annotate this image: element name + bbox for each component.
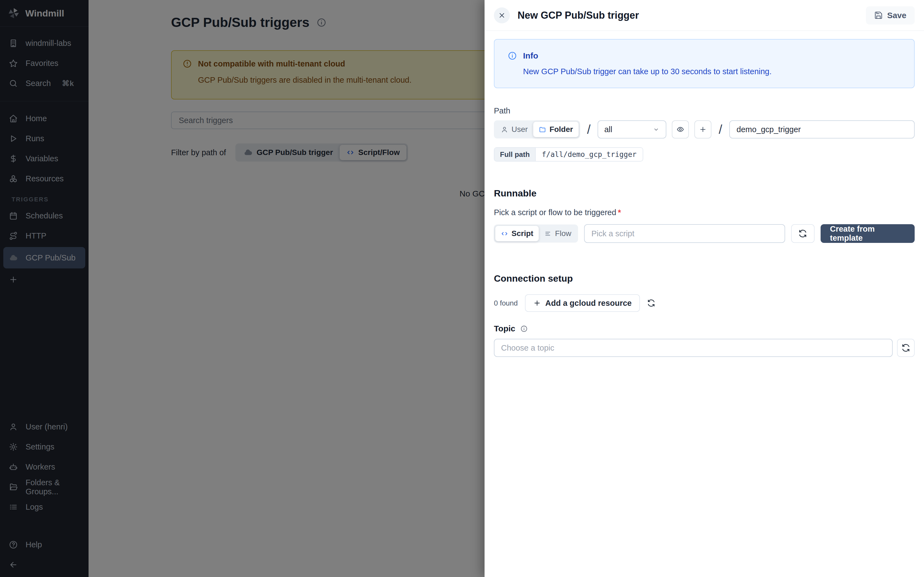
pick-script-input[interactable] — [584, 224, 785, 243]
required-mark: * — [618, 208, 621, 217]
script-option[interactable]: Script — [495, 226, 539, 241]
runnable-heading: Runnable — [494, 188, 915, 199]
flow-lines-icon — [544, 230, 552, 237]
full-path-chip: Full path f/all/demo_gcp_trigger — [494, 147, 643, 161]
topic-input[interactable] — [494, 339, 893, 357]
folder-icon — [539, 126, 546, 133]
path-separator: / — [587, 122, 591, 137]
add-gcloud-resource-label: Add a gcloud resource — [545, 299, 632, 308]
add-gcloud-resource-button[interactable]: Add a gcloud resource — [525, 294, 640, 312]
info-icon[interactable] — [520, 325, 528, 332]
close-drawer-button[interactable] — [494, 7, 510, 23]
runnable-option-label: Flow — [555, 229, 571, 238]
info-banner: Info New GCP Pub/Sub trigger can take up… — [494, 39, 915, 88]
view-folder-button[interactable] — [672, 120, 689, 139]
runnable-kind-toggle: Script Flow — [494, 224, 578, 243]
folder-select-value: all — [604, 125, 612, 134]
drawer-backdrop[interactable] — [0, 0, 485, 577]
refresh-topics-button[interactable] — [897, 339, 915, 357]
info-title: Info — [523, 51, 538, 60]
info-circle-icon — [508, 51, 517, 60]
eye-icon — [677, 126, 684, 133]
full-path-value: f/all/demo_gcp_trigger — [535, 148, 642, 161]
owner-kind-toggle: User Folder — [494, 120, 580, 139]
chevron-down-icon — [653, 126, 660, 133]
info-body: New GCP Pub/Sub trigger can take up to 3… — [523, 67, 901, 76]
owner-option-label: User — [512, 125, 528, 134]
close-icon — [498, 11, 506, 19]
save-button[interactable]: Save — [866, 6, 915, 24]
drawer-title: New GCP Pub/Sub trigger — [517, 10, 639, 21]
save-icon — [874, 11, 883, 19]
refresh-scripts-button[interactable] — [791, 224, 814, 243]
refresh-icon — [798, 229, 807, 238]
folder-select[interactable]: all — [598, 120, 666, 139]
new-trigger-drawer: New GCP Pub/Sub trigger Save Info New GC… — [485, 0, 924, 577]
connection-heading: Connection setup — [494, 273, 915, 284]
full-path-label: Full path — [494, 148, 535, 161]
runnable-option-label: Script — [512, 229, 533, 238]
refresh-icon — [901, 343, 910, 352]
plus-icon — [533, 299, 541, 307]
create-from-template-label: Create from template — [830, 224, 905, 243]
code-icon — [501, 230, 508, 237]
path-label: Path — [494, 106, 915, 115]
refresh-icon — [647, 299, 655, 307]
plus-icon — [699, 126, 707, 133]
path-separator: / — [719, 122, 722, 137]
resources-found-count: 0 found — [494, 299, 518, 308]
owner-user-option[interactable]: User — [495, 122, 533, 137]
topic-heading: Topic — [494, 324, 515, 333]
owner-option-label: Folder — [549, 125, 573, 134]
save-label: Save — [887, 11, 906, 20]
flow-option[interactable]: Flow — [539, 226, 577, 241]
add-folder-button[interactable] — [695, 120, 711, 139]
trigger-name-input[interactable] — [729, 120, 915, 139]
user-icon — [501, 126, 508, 133]
owner-folder-option[interactable]: Folder — [533, 122, 578, 137]
refresh-resources-button[interactable] — [647, 299, 655, 307]
runnable-sublabel: Pick a script or flow to be triggered — [494, 208, 616, 217]
create-from-template-button[interactable]: Create from template — [821, 224, 915, 243]
